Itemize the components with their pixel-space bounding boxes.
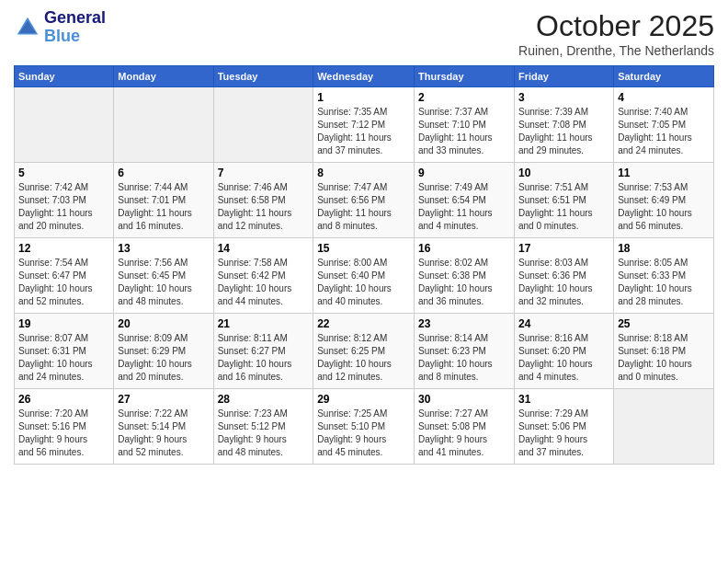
col-monday: Monday (114, 66, 213, 87)
day-number: 24 (518, 317, 609, 330)
day-info: Sunrise: 7:23 AM Sunset: 5:12 PM Dayligh… (218, 408, 310, 459)
day-info: Sunrise: 7:29 AM Sunset: 5:06 PM Dayligh… (518, 408, 609, 459)
day-number: 8 (317, 167, 410, 179)
location-title: Ruinen, Drenthe, The Netherlands (518, 43, 714, 58)
calendar-cell: 22Sunrise: 8:12 AM Sunset: 6:25 PM Dayli… (313, 314, 415, 389)
calendar-cell: 10Sunrise: 7:51 AM Sunset: 6:51 PM Dayli… (514, 163, 613, 238)
day-info: Sunrise: 7:56 AM Sunset: 6:45 PM Dayligh… (118, 257, 209, 308)
day-info: Sunrise: 7:22 AM Sunset: 5:14 PM Dayligh… (118, 408, 209, 459)
calendar-header: Sunday Monday Tuesday Wednesday Thursday… (15, 66, 714, 87)
col-friday: Friday (514, 66, 613, 87)
logo-text: General Blue (44, 9, 106, 46)
day-info: Sunrise: 7:25 AM Sunset: 5:10 PM Dayligh… (317, 408, 410, 459)
calendar-week-3: 19Sunrise: 8:07 AM Sunset: 6:31 PM Dayli… (15, 314, 714, 389)
day-info: Sunrise: 7:53 AM Sunset: 6:49 PM Dayligh… (618, 181, 710, 233)
calendar-cell: 31Sunrise: 7:29 AM Sunset: 5:06 PM Dayli… (514, 389, 613, 465)
day-number: 9 (418, 167, 510, 179)
calendar-cell: 4Sunrise: 7:40 AM Sunset: 7:05 PM Daylig… (614, 87, 714, 163)
calendar-cell (114, 87, 213, 163)
day-number: 25 (618, 317, 710, 330)
calendar-cell (15, 87, 114, 163)
month-title: October 2025 (518, 9, 714, 43)
calendar-body: 1Sunrise: 7:35 AM Sunset: 7:12 PM Daylig… (15, 87, 714, 465)
calendar-cell: 8Sunrise: 7:47 AM Sunset: 6:56 PM Daylig… (313, 163, 415, 238)
day-number: 23 (418, 317, 510, 330)
calendar-cell: 5Sunrise: 7:42 AM Sunset: 7:03 PM Daylig… (15, 163, 114, 238)
day-number: 1 (317, 91, 410, 104)
calendar-cell: 7Sunrise: 7:46 AM Sunset: 6:58 PM Daylig… (213, 163, 313, 238)
calendar-table: Sunday Monday Tuesday Wednesday Thursday… (14, 65, 714, 465)
calendar-week-1: 5Sunrise: 7:42 AM Sunset: 7:03 PM Daylig… (15, 163, 714, 238)
calendar-cell: 29Sunrise: 7:25 AM Sunset: 5:10 PM Dayli… (313, 389, 415, 465)
day-number: 2 (418, 91, 510, 104)
day-info: Sunrise: 8:05 AM Sunset: 6:33 PM Dayligh… (618, 257, 710, 308)
day-number: 19 (18, 317, 109, 330)
calendar-cell: 9Sunrise: 7:49 AM Sunset: 6:54 PM Daylig… (415, 163, 515, 238)
calendar-cell (614, 389, 714, 465)
calendar-cell: 15Sunrise: 8:00 AM Sunset: 6:40 PM Dayli… (313, 238, 415, 314)
day-info: Sunrise: 7:20 AM Sunset: 5:16 PM Dayligh… (18, 408, 109, 459)
day-number: 18 (618, 242, 710, 255)
calendar-cell: 20Sunrise: 8:09 AM Sunset: 6:29 PM Dayli… (114, 314, 213, 389)
day-info: Sunrise: 7:47 AM Sunset: 6:56 PM Dayligh… (317, 181, 410, 233)
calendar-cell: 16Sunrise: 8:02 AM Sunset: 6:38 PM Dayli… (415, 238, 515, 314)
day-info: Sunrise: 8:11 AM Sunset: 6:27 PM Dayligh… (218, 332, 310, 384)
calendar-week-0: 1Sunrise: 7:35 AM Sunset: 7:12 PM Daylig… (15, 87, 714, 163)
calendar-cell: 21Sunrise: 8:11 AM Sunset: 6:27 PM Dayli… (213, 314, 313, 389)
day-number: 28 (218, 393, 310, 406)
day-number: 27 (118, 393, 209, 406)
day-info: Sunrise: 8:02 AM Sunset: 6:38 PM Dayligh… (418, 257, 510, 308)
calendar-cell: 14Sunrise: 7:58 AM Sunset: 6:42 PM Dayli… (213, 238, 313, 314)
day-number: 29 (317, 393, 410, 406)
day-info: Sunrise: 7:40 AM Sunset: 7:05 PM Dayligh… (618, 106, 710, 157)
calendar-cell: 28Sunrise: 7:23 AM Sunset: 5:12 PM Dayli… (213, 389, 313, 465)
day-number: 4 (618, 91, 710, 104)
day-number: 14 (218, 242, 310, 255)
calendar-cell: 3Sunrise: 7:39 AM Sunset: 7:08 PM Daylig… (514, 87, 613, 163)
day-number: 16 (418, 242, 510, 255)
day-info: Sunrise: 8:12 AM Sunset: 6:25 PM Dayligh… (317, 332, 410, 384)
page: General Blue October 2025 Ruinen, Drenth… (0, 0, 728, 474)
day-info: Sunrise: 8:00 AM Sunset: 6:40 PM Dayligh… (317, 257, 410, 308)
day-info: Sunrise: 7:58 AM Sunset: 6:42 PM Dayligh… (218, 257, 310, 308)
calendar-cell: 2Sunrise: 7:37 AM Sunset: 7:10 PM Daylig… (415, 87, 515, 163)
day-info: Sunrise: 7:46 AM Sunset: 6:58 PM Dayligh… (218, 181, 310, 233)
day-info: Sunrise: 7:51 AM Sunset: 6:51 PM Dayligh… (518, 181, 609, 233)
day-info: Sunrise: 8:16 AM Sunset: 6:20 PM Dayligh… (518, 332, 609, 384)
calendar-cell: 13Sunrise: 7:56 AM Sunset: 6:45 PM Dayli… (114, 238, 213, 314)
logo-icon (14, 14, 41, 41)
calendar-cell: 30Sunrise: 7:27 AM Sunset: 5:08 PM Dayli… (415, 389, 515, 465)
day-number: 10 (518, 167, 609, 179)
day-info: Sunrise: 8:03 AM Sunset: 6:36 PM Dayligh… (518, 257, 609, 308)
day-info: Sunrise: 7:27 AM Sunset: 5:08 PM Dayligh… (418, 408, 510, 459)
calendar-cell: 23Sunrise: 8:14 AM Sunset: 6:23 PM Dayli… (415, 314, 515, 389)
calendar-cell: 17Sunrise: 8:03 AM Sunset: 6:36 PM Dayli… (514, 238, 613, 314)
day-number: 31 (518, 393, 609, 406)
calendar-cell: 19Sunrise: 8:07 AM Sunset: 6:31 PM Dayli… (15, 314, 114, 389)
calendar-cell (213, 87, 313, 163)
day-number: 15 (317, 242, 410, 255)
calendar-week-2: 12Sunrise: 7:54 AM Sunset: 6:47 PM Dayli… (15, 238, 714, 314)
day-info: Sunrise: 7:42 AM Sunset: 7:03 PM Dayligh… (18, 181, 109, 233)
day-info: Sunrise: 7:35 AM Sunset: 7:12 PM Dayligh… (317, 106, 410, 157)
day-number: 22 (317, 317, 410, 330)
calendar-cell: 6Sunrise: 7:44 AM Sunset: 7:01 PM Daylig… (114, 163, 213, 238)
calendar-cell: 25Sunrise: 8:18 AM Sunset: 6:18 PM Dayli… (614, 314, 714, 389)
calendar-cell: 11Sunrise: 7:53 AM Sunset: 6:49 PM Dayli… (614, 163, 714, 238)
day-number: 3 (518, 91, 609, 104)
day-number: 6 (118, 167, 209, 179)
day-number: 20 (118, 317, 209, 330)
calendar-cell: 1Sunrise: 7:35 AM Sunset: 7:12 PM Daylig… (313, 87, 415, 163)
calendar-cell: 26Sunrise: 7:20 AM Sunset: 5:16 PM Dayli… (15, 389, 114, 465)
day-info: Sunrise: 8:14 AM Sunset: 6:23 PM Dayligh… (418, 332, 510, 384)
day-info: Sunrise: 7:54 AM Sunset: 6:47 PM Dayligh… (18, 257, 109, 308)
title-area: October 2025 Ruinen, Drenthe, The Nether… (518, 9, 714, 58)
header: General Blue October 2025 Ruinen, Drenth… (14, 9, 714, 58)
calendar-cell: 27Sunrise: 7:22 AM Sunset: 5:14 PM Dayli… (114, 389, 213, 465)
calendar-cell: 12Sunrise: 7:54 AM Sunset: 6:47 PM Dayli… (15, 238, 114, 314)
calendar-week-4: 26Sunrise: 7:20 AM Sunset: 5:16 PM Dayli… (15, 389, 714, 465)
header-row: Sunday Monday Tuesday Wednesday Thursday… (15, 66, 714, 87)
day-number: 26 (18, 393, 109, 406)
day-number: 5 (18, 167, 109, 179)
day-info: Sunrise: 7:49 AM Sunset: 6:54 PM Dayligh… (418, 181, 510, 233)
